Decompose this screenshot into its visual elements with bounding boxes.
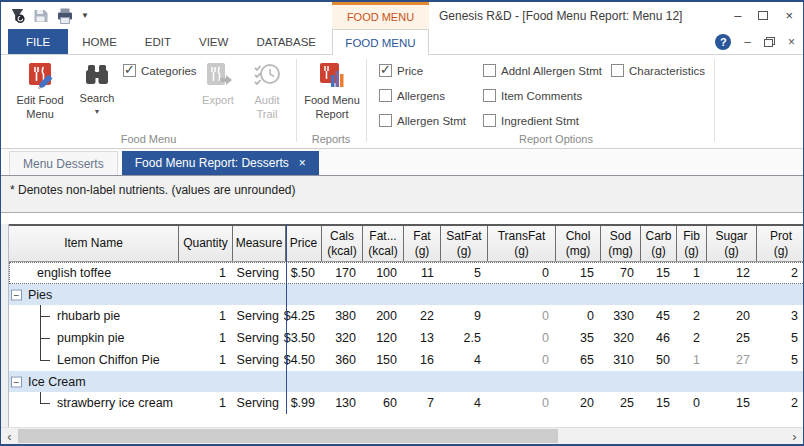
maximize-button[interactable] xyxy=(758,11,768,20)
column-header-carb[interactable]: Carb(g) xyxy=(641,226,677,261)
document-tab-close-icon[interactable]: × xyxy=(299,157,306,169)
save-icon[interactable] xyxy=(33,8,49,24)
cell-satfat: 2.5 xyxy=(441,327,488,349)
menu-item-row-rhubarb-pie[interactable]: rhubarb pie1Serving$4.253802002290033045… xyxy=(9,305,803,327)
checkbox-allergens[interactable]: Allergens xyxy=(379,89,466,102)
minimize-button[interactable]: – xyxy=(734,9,741,22)
search-binoculars-icon xyxy=(83,61,111,89)
cell-quantity: 1 xyxy=(179,392,233,414)
mdi-restore-button[interactable] xyxy=(764,37,775,47)
cell-quantity: 1 xyxy=(179,349,233,371)
note-bar: * Denotes non-label nutrients. (values a… xyxy=(1,176,803,213)
menu-item-row-english-toffee[interactable]: english toffee1Serving$.5017010011501570… xyxy=(9,262,803,284)
category-row-pies[interactable]: −Pies xyxy=(9,284,803,305)
cell-carb: 15 xyxy=(641,392,677,414)
help-button[interactable]: ? xyxy=(715,34,731,50)
column-header-fib[interactable]: Fib(g) xyxy=(677,226,707,261)
cell-transfat: 0 xyxy=(488,349,556,371)
column-header-price[interactable]: Price xyxy=(286,226,322,261)
ribbon-tab-bar: ? – × FILEHOMEEDITVIEWDATABASEFOOD MENU xyxy=(1,29,803,55)
column-header-label: Cals xyxy=(330,229,354,243)
app-logo-icon[interactable] xyxy=(9,7,26,24)
menu-item-row-pumpkin-pie[interactable]: pumpkin pie1Serving$3.50320120132.503532… xyxy=(9,327,803,349)
column-header-label: Measure xyxy=(236,236,283,250)
tree-branch-line xyxy=(40,338,50,339)
cell-prot: 5 xyxy=(757,327,803,349)
cell-prot: 3 xyxy=(757,305,803,327)
ribbon-tab-database[interactable]: DATABASE xyxy=(242,29,330,54)
qat-dropdown-icon[interactable]: ▼ xyxy=(81,11,89,20)
grid-header-row: Item NameQuantityMeasurePriceCals(kcal)F… xyxy=(9,224,803,262)
tree-branch-line xyxy=(40,360,50,361)
collapse-icon[interactable]: − xyxy=(11,376,22,387)
cell-sod: 330 xyxy=(601,305,641,327)
document-tab-food-menu-report-desserts[interactable]: Food Menu Report: Desserts× xyxy=(122,151,319,175)
checkbox-addnl-allergen-stmt[interactable]: Addnl Allergen Stmt xyxy=(483,64,602,77)
categories-checkbox[interactable]: Categories xyxy=(123,64,197,77)
column-header-chol[interactable]: Chol(mg) xyxy=(556,226,601,261)
checkbox-ingredient-stmt[interactable]: Ingredient Stmt xyxy=(483,114,602,127)
checkbox-price[interactable]: Price xyxy=(379,64,466,77)
column-header-cals[interactable]: Cals(kcal) xyxy=(322,226,363,261)
scroll-right-arrow[interactable]: › xyxy=(786,428,803,444)
ribbon-tab-view[interactable]: VIEW xyxy=(185,29,242,54)
close-button[interactable]: × xyxy=(785,9,793,22)
column-header-unit: (g) xyxy=(457,244,472,258)
column-header-fat-cals[interactable]: Fat...(kcal) xyxy=(363,226,404,261)
cell-fat-cals: 60 xyxy=(363,392,404,414)
cell-price: $.99 xyxy=(286,392,322,414)
reports-group-label: Reports xyxy=(296,133,366,145)
column-header-fat[interactable]: Fat(g) xyxy=(404,226,441,261)
column-header-unit: (kcal) xyxy=(327,244,356,258)
column-header-satfat[interactable]: SatFat(g) xyxy=(441,226,488,261)
scroll-left-arrow[interactable]: ‹ xyxy=(1,428,18,444)
column-header-sugar[interactable]: Sugar(g) xyxy=(707,226,757,261)
mdi-minimize-button[interactable]: – xyxy=(744,36,751,48)
collapse-icon[interactable]: − xyxy=(11,289,22,300)
menu-item-row-lemon-chiffon-pie[interactable]: Lemon Chiffon Pie1Serving$4.503601501640… xyxy=(9,349,803,371)
checkbox-item-comments[interactable]: Item Comments xyxy=(483,89,602,102)
food-menu-group-label: Food Menu xyxy=(1,133,296,145)
item-name-text: pumpkin pie xyxy=(57,331,124,345)
checkbox-icon xyxy=(483,64,496,77)
ribbon-tab-file[interactable]: FILE xyxy=(8,29,68,54)
column-header-label: Carb xyxy=(645,229,671,243)
cell-item-name: strawberry ice cream xyxy=(9,392,179,414)
ribbon-tab-home[interactable]: HOME xyxy=(68,29,131,54)
window-title: Genesis R&D - [Food Menu Report: Menu 12… xyxy=(439,2,682,29)
column-header-sod[interactable]: Sod(mg) xyxy=(601,226,641,261)
column-header-measure[interactable]: Measure xyxy=(233,226,286,261)
cell-chol: 0 xyxy=(556,305,601,327)
search-dropdown-icon: ▼ xyxy=(94,108,101,117)
cell-chol: 20 xyxy=(556,392,601,414)
scrollbar-thumb[interactable] xyxy=(18,429,558,443)
column-header-unit: (g) xyxy=(684,244,699,258)
cell-satfat: 5 xyxy=(441,262,488,284)
checkbox-categories[interactable]: Categories xyxy=(123,64,197,77)
ribbon-tab-food-menu[interactable]: FOOD MENU xyxy=(332,29,429,55)
print-icon[interactable] xyxy=(56,8,74,24)
cell-fat-cals: 200 xyxy=(363,305,404,327)
category-row-ice-cream[interactable]: −Ice Cream xyxy=(9,371,803,392)
column-header-label: Quantity xyxy=(183,236,228,250)
column-header-label: Item Name xyxy=(64,236,123,250)
search-button[interactable]: Search ▼ xyxy=(73,59,121,135)
checkbox-icon xyxy=(379,114,392,127)
column-header-quantity[interactable]: Quantity xyxy=(179,226,233,261)
cell-price: $4.50 xyxy=(286,349,322,371)
document-tab-menu-desserts[interactable]: Menu Desserts xyxy=(9,151,118,175)
ribbon-tab-edit[interactable]: EDIT xyxy=(131,29,185,54)
menu-item-row-strawberry-ice-cream[interactable]: strawberry ice cream1Serving$.9913060740… xyxy=(9,392,803,414)
edit-food-menu-button[interactable]: Edit Food Menu xyxy=(9,59,71,135)
horizontal-scrollbar: ‹ › xyxy=(1,427,803,444)
cell-sugar: 27 xyxy=(707,349,757,371)
column-header-prot[interactable]: Prot(g) xyxy=(757,226,803,261)
checkbox-allergen-stmt[interactable]: Allergen Stmt xyxy=(379,114,466,127)
mdi-close-button[interactable]: × xyxy=(788,36,795,48)
column-header-item-name[interactable]: Item Name xyxy=(9,226,179,261)
column-header-transfat[interactable]: TransFat(g) xyxy=(488,226,556,261)
food-menu-report-button[interactable]: Food Menu Report xyxy=(302,59,362,135)
item-name-text: english toffee xyxy=(37,266,111,280)
checkbox-characteristics[interactable]: Characteristics xyxy=(611,64,705,77)
column-header-label: TransFat xyxy=(498,229,546,243)
